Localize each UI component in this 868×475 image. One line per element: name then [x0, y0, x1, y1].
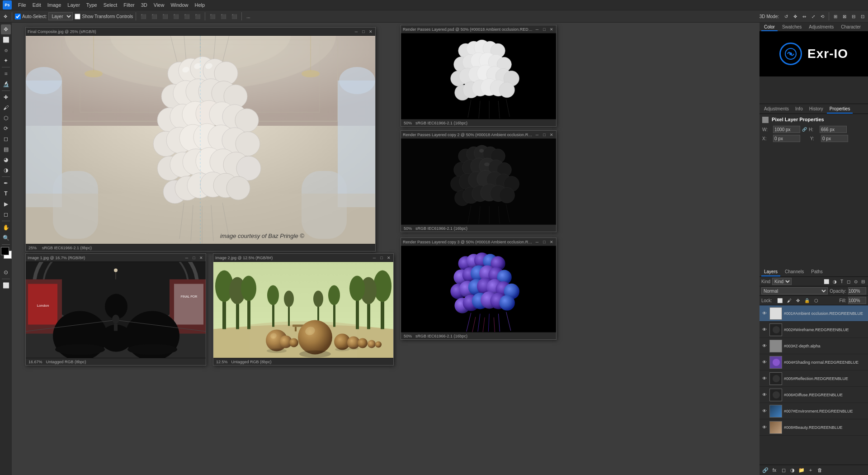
- layers-filter-toggle[interactable]: ⊟: [860, 279, 866, 285]
- menu-window[interactable]: Window: [168, 1, 191, 9]
- props-x-input[interactable]: [773, 135, 800, 142]
- layer-row-3[interactable]: 👁#004#Shading normal.REDGREENBLUE: [760, 354, 868, 370]
- tool-gradient[interactable]: ▤: [1, 144, 11, 154]
- blend-mode-select[interactable]: Normal Multiply Screen Overlay: [761, 287, 828, 294]
- layer-row-4[interactable]: 👁#005#Reflection.REDGREENBLUE: [760, 370, 868, 387]
- tool-lasso[interactable]: ⌾: [1, 45, 11, 55]
- win-image1-minimize[interactable]: ─: [184, 255, 189, 261]
- foreground-color[interactable]: [1, 247, 9, 255]
- toolbar-rotate-btn[interactable]: ↺: [783, 13, 790, 20]
- toolbar-screen-mode[interactable]: ⊡: [859, 13, 866, 20]
- layers-tab-paths[interactable]: Paths: [808, 268, 826, 276]
- layers-filter-type[interactable]: T: [839, 279, 844, 285]
- tool-text[interactable]: T: [1, 189, 11, 199]
- tab-color[interactable]: Color: [761, 24, 778, 31]
- transform-controls-checkbox[interactable]: [75, 14, 80, 19]
- layers-group-btn[interactable]: 📁: [797, 466, 806, 474]
- props-h-input[interactable]: [820, 126, 847, 133]
- win-image1-close[interactable]: ✕: [198, 255, 204, 261]
- menu-file[interactable]: File: [15, 1, 29, 9]
- layer-eye-0[interactable]: 👁: [761, 310, 768, 317]
- win-image1-maximize[interactable]: □: [191, 255, 197, 261]
- layers-mask-btn[interactable]: ◻: [779, 466, 788, 474]
- tool-eraser[interactable]: ◻: [1, 134, 11, 144]
- layers-filter-smart[interactable]: ⊙: [853, 279, 859, 285]
- tool-crop[interactable]: ⌗: [1, 69, 11, 79]
- toolbar-extra-btn[interactable]: ⊞: [832, 13, 839, 20]
- props-tab-history[interactable]: History: [807, 105, 826, 114]
- opacity-input[interactable]: [848, 287, 866, 294]
- props-tab-adjustments[interactable]: Adjustments: [761, 105, 792, 114]
- win-image2-close[interactable]: ✕: [386, 255, 392, 261]
- layers-tab-layers[interactable]: Layers: [761, 268, 780, 276]
- toolbar-extra-btn2[interactable]: ⊠: [841, 13, 848, 20]
- lock-image-btn[interactable]: 🖌: [786, 298, 793, 304]
- distribute-btn3[interactable]: ⬛: [230, 13, 239, 20]
- win-main-minimize[interactable]: ─: [354, 29, 359, 34]
- align-bottom-btn[interactable]: ⬛: [193, 13, 202, 20]
- tool-shape[interactable]: ◻: [1, 209, 11, 219]
- toolbar-roll-btn[interactable]: ⟲: [819, 13, 826, 20]
- menu-select[interactable]: Select: [101, 1, 120, 9]
- align-right-btn[interactable]: ⬛: [160, 13, 170, 20]
- tool-history-brush[interactable]: ⟳: [1, 124, 11, 133]
- toolbar-slide-btn[interactable]: ⇔: [801, 13, 808, 20]
- tool-hand[interactable]: ✋: [1, 223, 11, 233]
- layer-row-6[interactable]: 👁#007#Environment.REDGREENBLUE: [760, 403, 868, 419]
- props-w-input[interactable]: [773, 126, 800, 133]
- layer-eye-2[interactable]: 👁: [761, 343, 768, 349]
- win-render3-minimize[interactable]: ─: [534, 239, 540, 245]
- menu-edit[interactable]: Edit: [30, 1, 44, 9]
- kind-select[interactable]: Kind: [772, 278, 792, 285]
- win-main-maximize[interactable]: □: [361, 29, 366, 34]
- tab-paragraph[interactable]: Paragraph: [865, 24, 868, 31]
- toolbar-window-arrange[interactable]: ⊟: [850, 13, 857, 20]
- win-render1-close[interactable]: ✕: [549, 27, 554, 32]
- layers-adjust-btn[interactable]: ◑: [788, 466, 797, 474]
- tool-dodge[interactable]: ◑: [1, 165, 11, 175]
- align-center-btn[interactable]: ⬛: [150, 13, 159, 20]
- lock-all-btn[interactable]: 🔒: [803, 298, 811, 304]
- win-render2-close[interactable]: ✕: [549, 132, 554, 138]
- align-middle-btn[interactable]: ⬛: [182, 13, 191, 20]
- align-left-btn[interactable]: ⬛: [139, 13, 148, 20]
- layers-filter-adjust[interactable]: ◑: [831, 279, 838, 285]
- toolbar-scale-btn[interactable]: ⤢: [810, 13, 817, 20]
- distribute-btn[interactable]: ⬛: [208, 13, 217, 20]
- menu-view[interactable]: View: [151, 1, 167, 9]
- win-render3-maximize[interactable]: □: [542, 239, 547, 245]
- layer-eye-1[interactable]: 👁: [761, 327, 768, 333]
- layer-eye-3[interactable]: 👁: [761, 359, 768, 366]
- toolbar-move-btn[interactable]: ✥: [2, 13, 9, 20]
- menu-filter[interactable]: Filter: [121, 1, 137, 9]
- auto-select-dropdown[interactable]: Layer Group: [48, 12, 73, 20]
- more-options-btn[interactable]: ...: [245, 13, 252, 20]
- layer-eye-5[interactable]: 👁: [761, 392, 768, 398]
- win-image2-minimize[interactable]: ─: [372, 255, 377, 261]
- menu-layer[interactable]: Layer: [65, 1, 83, 9]
- props-tab-info[interactable]: Info: [793, 105, 806, 114]
- tool-path-select[interactable]: ▶: [1, 199, 11, 209]
- win-render2-maximize[interactable]: □: [542, 132, 547, 138]
- tool-brush[interactable]: 🖌: [1, 103, 11, 113]
- layer-row-0[interactable]: 👁#001#Ambient occlusion.REDGREENBLUE: [760, 305, 868, 322]
- layer-row-5[interactable]: 👁#006#Diffuse.REDGREENBLUE: [760, 387, 868, 403]
- win-image2-maximize[interactable]: □: [379, 255, 384, 261]
- layers-filter-shape[interactable]: ◻: [845, 279, 852, 285]
- menu-3d[interactable]: 3D: [138, 1, 150, 9]
- artboards-btn[interactable]: ⬡: [813, 298, 820, 304]
- win-render2-minimize[interactable]: ─: [534, 132, 540, 138]
- toolbar-pan-btn[interactable]: ✥: [792, 13, 799, 20]
- tool-heal[interactable]: ✚: [1, 92, 11, 102]
- win-main-close[interactable]: ✕: [368, 29, 373, 34]
- tab-adjustments[interactable]: Adjustments: [806, 24, 836, 31]
- menu-help[interactable]: Help: [192, 1, 208, 9]
- tool-screen-mode[interactable]: ⬜: [1, 280, 11, 290]
- tab-character[interactable]: Character: [838, 24, 863, 31]
- layers-filter-pixel[interactable]: ⬜: [822, 279, 830, 285]
- layers-delete-btn[interactable]: 🗑: [816, 466, 824, 474]
- tool-pen[interactable]: ✒: [1, 178, 11, 188]
- win-render3-close[interactable]: ✕: [549, 239, 554, 245]
- tool-marquee[interactable]: ⬜: [1, 35, 11, 45]
- props-y-input[interactable]: [821, 135, 848, 142]
